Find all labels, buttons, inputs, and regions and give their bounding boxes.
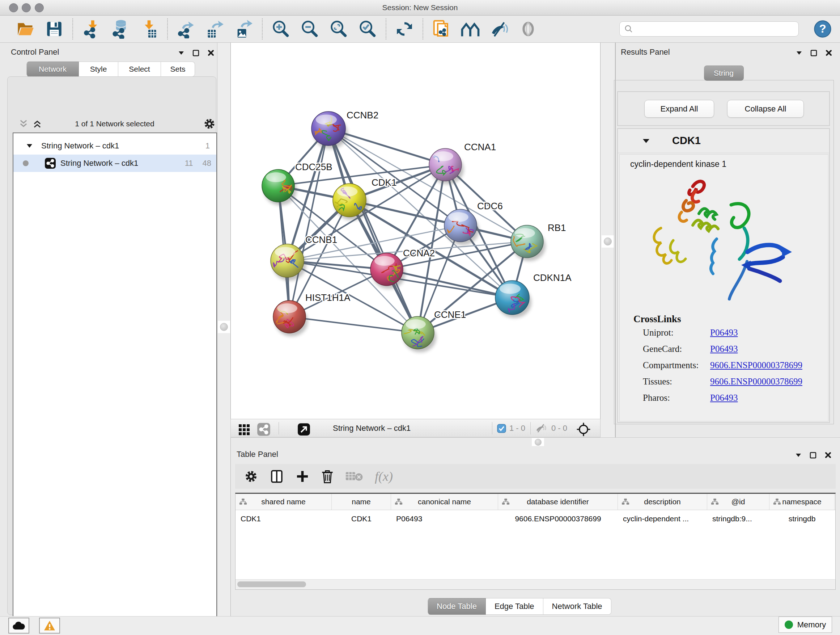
open-in-window-button[interactable] <box>297 422 311 437</box>
panel-float-button[interactable] <box>810 49 818 57</box>
column-header-canonical-name[interactable]: canonical name <box>391 494 498 510</box>
create-column-button[interactable] <box>295 469 309 484</box>
help-button[interactable]: ? <box>813 18 833 40</box>
level-of-detail-button[interactable] <box>518 18 538 40</box>
column-header-namespace[interactable]: namespace <box>769 494 835 510</box>
table-cell[interactable]: CDK1 <box>235 510 332 527</box>
column-header-database-identifier[interactable]: database identifier <box>498 494 618 510</box>
network-node-ccnb2[interactable]: CCNB2 <box>311 110 378 149</box>
table-cell[interactable]: stringdb:9... <box>707 510 769 527</box>
crosslink-link[interactable]: 9606.ENSP00000378699 <box>710 377 802 386</box>
network-view-button[interactable] <box>256 422 271 437</box>
zoom-out-button[interactable] <box>300 18 320 40</box>
cloud-status-button[interactable] <box>8 618 29 633</box>
delete-column-button[interactable] <box>321 469 334 484</box>
expand-all-networks-button[interactable] <box>32 118 43 130</box>
network-node-ccna1[interactable]: CCNA1 <box>425 141 496 184</box>
left-panel-divider[interactable] <box>217 43 231 616</box>
panel-close-button[interactable] <box>207 49 215 57</box>
network-node-ccne1[interactable]: CCNE1 <box>401 309 466 352</box>
hidden-toggle[interactable] <box>535 423 547 435</box>
tab-string[interactable]: String <box>704 65 744 81</box>
open-session-button[interactable] <box>15 18 35 40</box>
tab-edge-table[interactable]: Edge Table <box>486 598 543 615</box>
tab-node-table[interactable]: Node Table <box>428 598 486 615</box>
table-cell[interactable]: stringdb <box>769 510 835 527</box>
column-header-shared-name[interactable]: shared name <box>235 494 332 510</box>
show-columns-button[interactable] <box>269 469 284 484</box>
panel-close-button[interactable] <box>824 451 832 459</box>
zoom-selected-button[interactable] <box>357 18 378 40</box>
crosslink-link[interactable]: P06493 <box>710 328 737 338</box>
export-network-button[interactable] <box>176 18 196 40</box>
network-edge[interactable] <box>387 269 512 298</box>
column-header-name[interactable]: name <box>332 494 391 510</box>
protein-section-header[interactable]: CDK1 <box>618 129 829 153</box>
search-input[interactable] <box>633 25 798 34</box>
panel-float-button[interactable] <box>809 451 817 459</box>
table-cell[interactable]: 9606.ENSP00000378699 <box>498 510 618 527</box>
right-panel-divider[interactable] <box>600 43 615 437</box>
network-node-cdkn1a[interactable]: CDKN1A <box>495 272 572 318</box>
panel-menu-button[interactable] <box>177 50 185 56</box>
crosslink-link[interactable]: P06493 <box>710 344 737 354</box>
tab-select[interactable]: Select <box>118 62 161 77</box>
column-header-description[interactable]: description <box>618 494 707 510</box>
network-node-cdk1[interactable]: CDK1 <box>333 177 396 220</box>
panel-float-button[interactable] <box>192 49 200 57</box>
memory-button[interactable]: Memory <box>778 616 832 633</box>
expand-all-button[interactable]: Expand All <box>644 100 714 118</box>
collapse-all-networks-button[interactable] <box>18 118 29 130</box>
delete-table-button[interactable] <box>345 470 364 483</box>
network-node-rb1[interactable]: RB1 <box>506 222 566 261</box>
function-builder-button[interactable]: f(x) <box>375 469 393 484</box>
collapse-all-button[interactable]: Collapse All <box>727 100 804 118</box>
import-table-file-button[interactable] <box>139 18 159 40</box>
divider-grip[interactable] <box>218 321 230 333</box>
network-edge[interactable] <box>289 128 328 317</box>
tab-network[interactable]: Network <box>27 62 79 77</box>
network-canvas[interactable]: CCNB2CCNA1CDC25BCDK1CDC6RB1CCNB1CCNA2CDK… <box>231 43 600 419</box>
table-cell[interactable]: CDK1 <box>332 510 391 527</box>
table-cell[interactable]: P06493 <box>391 510 498 527</box>
export-image-button[interactable] <box>234 18 254 40</box>
table-cell[interactable]: cyclin-dependent ... <box>618 510 707 527</box>
annotations-button[interactable] <box>431 18 452 40</box>
tab-sets[interactable]: Sets <box>161 62 195 77</box>
scrollbar-thumb[interactable] <box>237 581 306 587</box>
panel-menu-button[interactable] <box>795 50 803 56</box>
import-network-file-button[interactable] <box>81 18 101 40</box>
table-horizontal-scrollbar[interactable] <box>235 579 835 589</box>
crosslink-link[interactable]: P06493 <box>710 393 737 403</box>
tab-style[interactable]: Style <box>79 62 118 77</box>
column-type-icon <box>395 498 403 507</box>
table-options-button[interactable] <box>244 469 258 484</box>
selected-checkbox[interactable] <box>497 424 506 434</box>
search-field[interactable] <box>619 21 799 36</box>
show-hide-button[interactable] <box>489 18 509 40</box>
network-edge[interactable] <box>289 317 418 333</box>
divider-grip[interactable] <box>602 235 614 248</box>
network-node-hist1h1a[interactable]: HIST1H1A <box>266 292 351 336</box>
tab-network-table[interactable]: Network Table <box>543 598 611 615</box>
export-table-button[interactable] <box>205 18 225 40</box>
apply-layout-button[interactable] <box>394 18 415 40</box>
network-options-button[interactable] <box>202 117 217 131</box>
panel-menu-button[interactable] <box>794 452 802 458</box>
network-edge[interactable] <box>328 128 527 241</box>
import-network-database-button[interactable] <box>110 18 130 40</box>
table-row[interactable]: CDK1CDK1P064939606.ENSP00000378699cyclin… <box>235 510 835 527</box>
save-session-button[interactable] <box>44 18 65 40</box>
crosslink-link[interactable]: 9606.ENSP00000378699 <box>710 360 802 371</box>
zoom-fit-button[interactable] <box>328 18 349 40</box>
network-collection-row[interactable]: String Network – cdk1 1 <box>13 137 216 155</box>
divider-grip[interactable] <box>532 438 544 446</box>
first-neighbors-button[interactable] <box>460 18 480 40</box>
column-header--id[interactable]: @id <box>707 494 769 510</box>
panel-close-button[interactable] <box>824 49 833 57</box>
zoom-in-button[interactable] <box>271 18 291 40</box>
grid-view-button[interactable] <box>237 422 252 437</box>
warning-status-button[interactable] <box>39 618 60 633</box>
network-row-selected[interactable]: String Network – cdk1 11 48 <box>13 155 216 172</box>
birdseye-view-button[interactable] <box>575 421 592 438</box>
